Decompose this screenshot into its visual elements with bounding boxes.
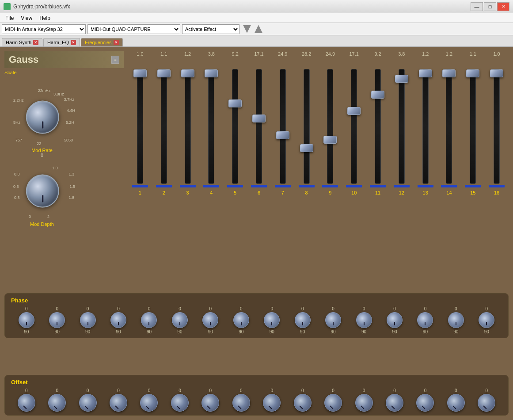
fader-track-14[interactable] [446, 69, 452, 184]
menu-help[interactable]: Help [36, 14, 54, 22]
offset-knob-8[interactable] [232, 394, 250, 412]
fader-track-4[interactable] [208, 69, 214, 184]
fader-thumb-1[interactable] [133, 69, 147, 77]
phase-knob-16[interactable] [479, 312, 494, 328]
fader-track-11[interactable] [375, 69, 381, 184]
activate-select[interactable]: Activate Effect [182, 24, 239, 34]
offset-knob-11[interactable] [324, 394, 342, 412]
phase-knob-13[interactable] [387, 312, 403, 328]
fader-track-5[interactable] [232, 69, 238, 184]
phase-knob-11[interactable] [325, 312, 341, 328]
phase-label-3: 90 [85, 329, 90, 334]
fader-track-15[interactable] [470, 69, 476, 184]
phase-knob-1[interactable] [19, 312, 34, 328]
offset-knob-12[interactable] [355, 394, 373, 412]
offset-knob-16[interactable] [478, 394, 495, 412]
phase-knob-4[interactable] [110, 312, 126, 328]
tab-harm-synth-close[interactable]: ✕ [33, 40, 38, 45]
fader-track-8[interactable] [304, 69, 310, 184]
fader-track-10[interactable] [351, 69, 357, 184]
tab-harm-synth[interactable]: Harm Synth ✕ [2, 38, 42, 46]
fader-thumb-11[interactable] [371, 91, 384, 99]
fader-thumb-6[interactable] [252, 115, 266, 122]
phase-col-16: 090 [475, 306, 498, 334]
phase-knob-15[interactable] [448, 312, 464, 328]
tab-frequencies[interactable]: Frequencies ✕ [81, 38, 123, 46]
mod-rate-knob-area: 22mHz 3.0Hz 3.7Hz 4.4H 5.2H 5850 22 757 … [13, 88, 75, 146]
phase-knob-2[interactable] [49, 312, 65, 328]
fader-thumb-15[interactable] [466, 69, 479, 77]
offset-knob-13[interactable] [386, 394, 403, 412]
tick-22: 22 [37, 141, 41, 146]
preset-icon[interactable]: ≡ [111, 56, 119, 64]
maximize-button[interactable]: □ [484, 2, 496, 11]
offset-knob-4[interactable] [110, 394, 127, 412]
tab-harm-eq[interactable]: Harm_EQ ✕ [43, 38, 80, 46]
fader-thumb-16[interactable] [490, 69, 503, 77]
fader-num-11: 11 [366, 190, 389, 195]
fader-thumb-7[interactable] [276, 131, 289, 139]
midi-out-select[interactable]: MIDI-Out QUAD-CAPTURE [87, 24, 180, 34]
fader-track-13[interactable] [422, 69, 429, 184]
menu-file[interactable]: File [2, 14, 17, 22]
offset-knob-14[interactable] [416, 394, 434, 412]
tab-harm-eq-close[interactable]: ✕ [71, 40, 76, 45]
phase-knob-7[interactable] [202, 312, 218, 328]
phase-knob-6[interactable] [172, 312, 188, 328]
fader-track-6[interactable] [256, 69, 262, 184]
arrow-down-btn[interactable] [243, 25, 251, 33]
fader-thumb-9[interactable] [323, 136, 337, 144]
mod-rate-knob[interactable] [26, 101, 59, 134]
fader-thumb-3[interactable] [181, 69, 194, 77]
fader-indicator-8 [299, 185, 315, 187]
minimize-button[interactable]: — [471, 2, 483, 11]
phase-value-15: 0 [455, 306, 457, 311]
phase-label-6: 90 [177, 329, 182, 334]
fader-track-2[interactable] [161, 69, 167, 184]
offset-knob-10[interactable] [294, 394, 312, 412]
phase-knob-12[interactable] [356, 312, 372, 328]
fader-thumb-12[interactable] [395, 75, 408, 83]
fader-thumb-8[interactable] [300, 144, 313, 152]
fader-label-16: 1.0 [485, 51, 508, 57]
fader-track-9[interactable] [327, 69, 333, 184]
phase-knob-10[interactable] [295, 312, 311, 328]
fader-num-1: 1 [129, 190, 152, 195]
fader-track-7[interactable] [280, 69, 286, 184]
fader-thumb-10[interactable] [347, 107, 361, 115]
mod-depth-knob[interactable] [26, 175, 59, 208]
offset-knob-15[interactable] [447, 394, 465, 412]
fader-thumb-14[interactable] [442, 69, 456, 77]
phase-knob-8[interactable] [233, 312, 249, 328]
fader-thumb-13[interactable] [419, 69, 432, 77]
menu-view[interactable]: View [17, 14, 36, 22]
offset-knob-3[interactable] [79, 394, 97, 412]
fader-track-1[interactable] [137, 69, 143, 184]
offset-knob-9[interactable] [263, 394, 281, 412]
arrow-up-btn[interactable] [255, 25, 262, 33]
fader-thumb-4[interactable] [205, 69, 218, 77]
offset-knob-1[interactable] [18, 394, 35, 412]
phase-col-15: 090 [445, 306, 467, 334]
tab-frequencies-close[interactable]: ✕ [114, 40, 119, 45]
phase-knob-14[interactable] [417, 312, 433, 328]
fader-thumb-5[interactable] [228, 99, 242, 107]
offset-col-9: 0 [260, 388, 283, 412]
phase-knob-5[interactable] [141, 312, 157, 328]
fader-track-16[interactable] [494, 69, 500, 184]
fader-thumb-2[interactable] [157, 69, 171, 77]
offset-knob-7[interactable] [201, 394, 219, 412]
offset-knob-6[interactable] [171, 394, 189, 412]
fader-track-12[interactable] [399, 69, 405, 184]
fader-num-9: 9 [319, 190, 342, 195]
phase-knob-3[interactable] [80, 312, 96, 328]
fader-track-3[interactable] [185, 69, 191, 184]
midi-in-select[interactable]: MIDI-In Arturia KeyStep 32 [2, 24, 86, 34]
phase-knob-9[interactable] [264, 312, 280, 328]
tab-frequencies-label: Frequencies [85, 40, 112, 45]
offset-knob-2[interactable] [48, 394, 66, 412]
offset-knob-5[interactable] [140, 394, 158, 412]
phase-value-4: 0 [117, 306, 120, 311]
phase-label-9: 90 [270, 329, 274, 334]
close-button[interactable]: ✕ [497, 2, 509, 11]
